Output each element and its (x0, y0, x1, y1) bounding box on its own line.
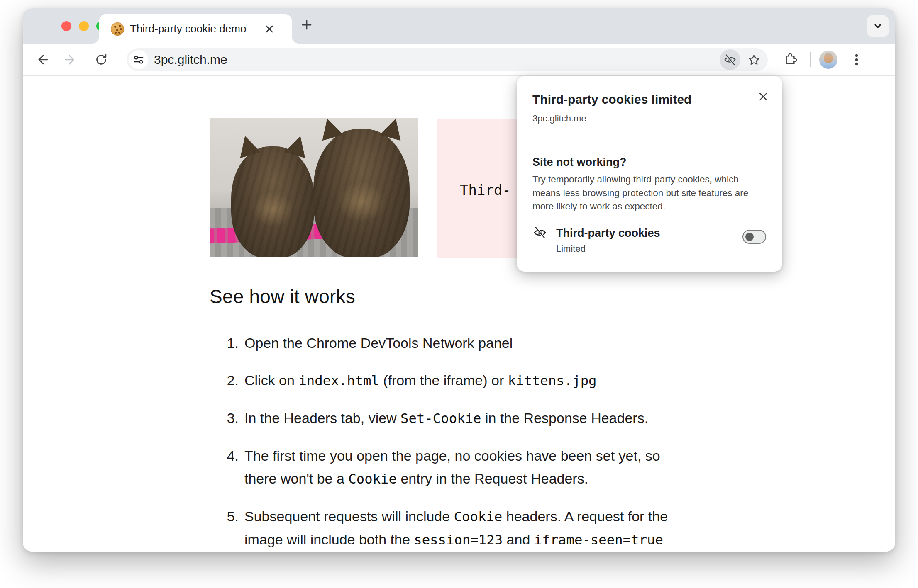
eye-off-icon (532, 225, 547, 240)
address-bar[interactable]: 3pc.glitch.me (127, 48, 768, 71)
tab-search-chevron-button[interactable] (867, 15, 889, 37)
close-icon[interactable] (756, 89, 771, 104)
step-item: Open the Chrome DevTools Network panel (210, 332, 679, 355)
third-party-cookies-popup: Third-party cookies limited 3pc.glitch.m… (517, 76, 782, 272)
step-item: Click on index.html (from the iframe) or… (210, 369, 679, 392)
step-item: Subsequent requests will include Cookie … (210, 505, 679, 552)
popup-divider (517, 140, 782, 140)
reload-icon[interactable] (92, 51, 110, 69)
minimize-window-button[interactable] (79, 21, 89, 31)
browser-toolbar: 3pc.glitch.me (23, 44, 895, 76)
kitten-right (313, 129, 410, 257)
tab-strip: Third-party cookie demo (23, 8, 895, 44)
extensions-icon[interactable] (781, 51, 800, 69)
screenshot: Third-party cookie demo (0, 0, 918, 588)
forward-arrow-icon[interactable] (61, 51, 79, 69)
close-window-button[interactable] (61, 21, 71, 31)
step-item: The first time you open the page, no coo… (210, 445, 679, 491)
kittens-photo (210, 118, 418, 257)
kebab-menu-icon[interactable] (847, 51, 866, 69)
steps-list: Open the Chrome DevTools Network panelCl… (210, 332, 679, 552)
back-arrow-icon[interactable] (33, 51, 51, 69)
avatar[interactable] (819, 51, 837, 69)
new-tab-button[interactable] (298, 17, 315, 33)
browser-window: Third-party cookie demo (23, 8, 895, 552)
third-party-cookies-toggle[interactable] (742, 230, 766, 244)
toggle-knob (745, 233, 754, 241)
eye-off-icon[interactable] (720, 49, 740, 70)
toolbar-divider (810, 52, 811, 67)
step-item: In the Headers tab, view Set-Cookie in t… (210, 407, 679, 430)
popup-origin: 3pc.glitch.me (532, 113, 586, 124)
url-text: 3pc.glitch.me (154, 48, 227, 71)
popup-section-title: Site not working? (532, 156, 627, 169)
star-icon[interactable] (744, 49, 764, 70)
iframe-text: Third- (460, 182, 511, 198)
popup-title: Third-party cookies limited (532, 92, 691, 107)
page-title: See how it works (210, 285, 355, 308)
tab-close-icon[interactable] (263, 22, 276, 36)
toggle-status: Limited (556, 243, 586, 254)
site-info-icon[interactable] (129, 50, 148, 69)
cookie-favicon-icon (111, 22, 124, 36)
popup-body-text: Try temporarily allowing third-party coo… (532, 173, 760, 214)
tab-title: Third-party cookie demo (130, 14, 246, 44)
toggle-label: Third-party cookies (556, 227, 660, 240)
kitten-left (231, 146, 314, 257)
browser-tab[interactable]: Third-party cookie demo (99, 14, 292, 44)
